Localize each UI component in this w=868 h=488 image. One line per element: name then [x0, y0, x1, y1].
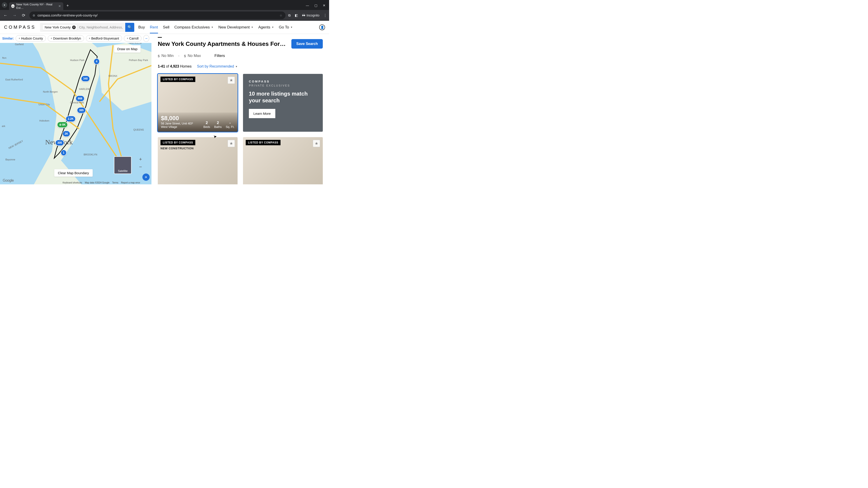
search-tag[interactable]: New York County ✕ [42, 24, 77, 30]
svg-text:fton: fton [2, 57, 6, 59]
star-icon: ★ [229, 78, 233, 83]
terms-link[interactable]: Terms [112, 182, 118, 184]
similar-next-icon[interactable]: → [143, 35, 149, 42]
new-tab-button[interactable]: + [66, 3, 69, 8]
nav-goto[interactable]: Go To▼ [279, 25, 293, 30]
map-cluster-pin[interactable]: 4 [94, 58, 100, 65]
chevron-down-icon: ▼ [272, 26, 274, 29]
close-window-icon[interactable]: ✕ [323, 4, 326, 7]
tab-favicon: ◎ [11, 4, 14, 8]
keyboard-shortcuts-link[interactable]: Keyboard shortcuts [63, 182, 82, 184]
minimize-icon[interactable]: ― [306, 4, 309, 7]
similar-chip[interactable]: +Bedford-Stuyvesant [86, 35, 122, 41]
search-placeholder: City, Neighborhood, Address, [79, 25, 123, 29]
remove-tag-icon[interactable]: ✕ [72, 26, 76, 29]
filters-button[interactable]: Filters [215, 54, 225, 58]
svg-text:Hudson Park: Hudson Park [70, 59, 85, 61]
chevron-down-icon: ▼ [251, 26, 253, 29]
forward-icon: → [11, 13, 18, 18]
svg-text:QUEENS: QUEENS [133, 128, 144, 131]
map-cluster-pin[interactable]: 1 [61, 150, 67, 156]
sidepanel-icon[interactable]: ◧ [295, 13, 298, 18]
search-button[interactable]: 🔍 [125, 23, 134, 32]
listing-card[interactable]: LISTED BY COMPASS★ [243, 137, 323, 184]
clear-boundary-button[interactable]: Clear Map Boundary [54, 169, 93, 177]
zoom-out-button[interactable]: − [138, 163, 143, 171]
learn-more-button[interactable]: Learn More [249, 109, 275, 118]
address-bar[interactable]: ⚙ compass.com/for-rent/new-york-county-n… [29, 11, 285, 19]
chevron-down-icon: ▼ [235, 65, 238, 68]
listing-neighborhood: West Village [161, 125, 193, 129]
transit-layer-icon[interactable]: ✈ [143, 173, 150, 181]
nav-sell[interactable]: Sell [163, 25, 169, 30]
back-icon[interactable]: ← [2, 13, 8, 18]
url-text: compass.com/for-rent/new-york-county-ny/ [37, 13, 97, 17]
private-exclusives-promo[interactable]: COMPASSPRIVATE EXCLUSIVES10 more listing… [243, 74, 323, 132]
save-search-button[interactable]: Save Search [291, 39, 323, 48]
listing-badge: LISTED BY COMPASS [160, 140, 195, 145]
nav-agents[interactable]: Agents▼ [258, 25, 274, 30]
listing-card[interactable]: LISTED BY COMPASSNEW CONSTRUCTION★ [158, 137, 238, 184]
listing-price: $8,000 [161, 115, 193, 122]
check-icon: ⊘ [59, 123, 61, 126]
extensions-icon[interactable]: ⧉ [288, 13, 291, 18]
similar-chip[interactable]: +Hudson County [16, 35, 46, 41]
similar-chip[interactable]: +Downtown Brooklyn [48, 35, 84, 41]
chevron-down-icon: ▼ [211, 26, 213, 29]
nav-buy[interactable]: Buy [138, 25, 145, 30]
draw-on-map-button[interactable]: Draw on Map [114, 45, 141, 53]
map-cluster-pin[interactable]: 340 [81, 75, 90, 82]
favorite-button[interactable]: ★ [228, 140, 235, 147]
svg-text:ark: ark [2, 125, 5, 127]
promo-headline: 10 more listings match your search [249, 90, 317, 104]
reload-icon[interactable]: ⟳ [20, 13, 27, 18]
price-min-input[interactable]: $No Min [158, 54, 174, 58]
star-icon: ★ [229, 141, 233, 146]
map-cluster-pin[interactable]: 2.2K [66, 116, 76, 122]
compass-logo[interactable]: COMPASS [4, 25, 36, 30]
map-cluster-pin[interactable]: 2K [62, 131, 70, 137]
browser-tab[interactable]: ◎ New York County NY - Real Est… ✕ [9, 2, 63, 10]
svg-text:Pelham Bay Park: Pelham Bay Park [129, 59, 148, 61]
report-error-link[interactable]: Report a map error [121, 182, 140, 184]
similar-chip[interactable]: +Carroll [124, 35, 142, 41]
svg-text:HARLEM: HARLEM [79, 88, 90, 90]
price-max-input[interactable]: $No Max [184, 54, 201, 58]
satellite-toggle[interactable]: Satellite [114, 156, 131, 174]
svg-text:Garfield: Garfield [15, 43, 24, 46]
svg-text:Hoboken: Hoboken [39, 119, 49, 122]
map-data-label: Map data ©2024 Google [85, 182, 110, 184]
listing-card[interactable]: LISTED BY COMPASS★$8,00056 Jane Street, … [158, 74, 238, 132]
bookmark-icon[interactable]: ☆ [280, 14, 282, 17]
google-logo: Google [3, 178, 14, 183]
map-panel[interactable]: GarfieldTeaneck Englewood Mt VernonPelha… [0, 34, 151, 184]
close-tab-icon[interactable]: ✕ [58, 4, 61, 8]
svg-text:Union City: Union City [38, 103, 50, 106]
kebab-menu-icon[interactable]: ⋮ [323, 13, 327, 18]
map-cluster-pin[interactable]: 868 [75, 95, 85, 102]
incognito-indicator[interactable]: 🕶 Incognito [302, 13, 319, 17]
favorite-button[interactable]: ★ [313, 140, 320, 147]
nav-exclusives[interactable]: Compass Exclusives▼ [174, 25, 213, 30]
star-icon: ★ [315, 141, 318, 146]
location-search-input[interactable]: New York County ✕ City, Neighborhood, Ad… [40, 23, 125, 32]
sort-dropdown[interactable]: Sort by Recommended▼ [197, 64, 238, 68]
nav-new-development[interactable]: New Development▼ [218, 25, 253, 30]
listing-badge: LISTED BY COMPASS [160, 76, 195, 82]
zoom-in-button[interactable]: + [138, 156, 143, 163]
account-icon[interactable]: 👤 [319, 24, 325, 30]
search-icon: 🔍 [127, 25, 132, 29]
svg-text:North Bergen: North Bergen [43, 90, 58, 93]
site-settings-icon[interactable]: ⚙ [33, 14, 35, 17]
map-cluster-pin[interactable]: 365 [77, 107, 86, 113]
tab-search-dropdown[interactable]: ▾ [2, 2, 7, 8]
incognito-icon: 🕶 [302, 13, 305, 17]
tab-title: New York County NY - Real Est… [16, 3, 55, 9]
map-cluster-pin[interactable]: 305 [55, 140, 64, 146]
maximize-icon[interactable]: ▢ [314, 4, 317, 7]
nav-rent[interactable]: Rent [150, 25, 158, 33]
favorite-button[interactable]: ★ [228, 76, 235, 84]
results-count: 1-41 of 4,923 Homes [158, 64, 191, 68]
map-cluster-pin[interactable]: ⊘8K [57, 122, 68, 128]
svg-text:BROOKLYN: BROOKLYN [84, 153, 97, 156]
